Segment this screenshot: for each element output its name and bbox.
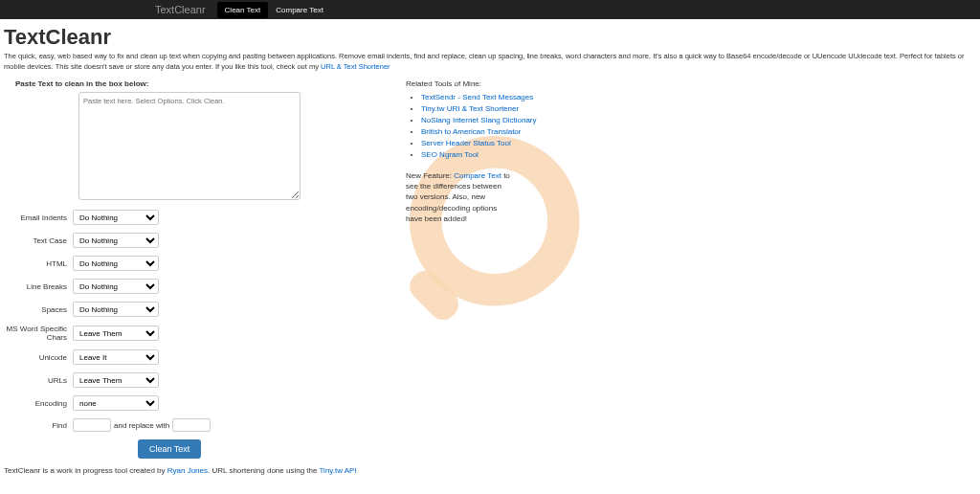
- option-select-urls[interactable]: Leave Them: [73, 372, 159, 388]
- brand: TextCleanr: [155, 4, 206, 15]
- option-label: Text Case: [4, 236, 73, 245]
- sidebar-link[interactable]: Tiny.tw URI & Text Shortener: [421, 104, 519, 113]
- list-item: Tiny.tw URI & Text Shortener: [421, 103, 655, 115]
- header: TextCleanr The quick, easy, web based wa…: [0, 19, 980, 76]
- navbar: TextCleanr Clean Text Compare Text: [0, 0, 980, 19]
- option-label: Encoding: [4, 399, 73, 408]
- sidebar-link[interactable]: Server Header Status Tool: [421, 139, 511, 147]
- clean-text-button[interactable]: Clean Text: [138, 439, 201, 459]
- list-item: NoSlang Internet Slang Dictionary: [421, 115, 655, 126]
- replace-label: and replace with: [114, 421, 169, 430]
- option-label: HTML: [4, 259, 73, 268]
- replace-input[interactable]: [172, 418, 211, 432]
- nav-clean-text[interactable]: Clean Text: [217, 2, 269, 18]
- find-input[interactable]: [73, 418, 111, 432]
- page-description: The quick, easy, web based way to fix an…: [4, 52, 976, 72]
- option-label: Email Indents: [4, 213, 73, 222]
- option-select-line-breaks[interactable]: Do Nothing: [73, 279, 159, 294]
- feature-note: New Feature: Compare Text to see the dif…: [406, 170, 511, 224]
- option-label: MS Word Specific Chars: [4, 325, 73, 342]
- option-label: URLs: [4, 376, 73, 385]
- author-link[interactable]: Ryan Jones: [167, 466, 208, 475]
- option-select-unicode[interactable]: Leave It: [73, 349, 159, 365]
- option-select-email-indents[interactable]: Do Nothing: [73, 210, 159, 225]
- paste-label: Paste Text to clean in the box below:: [15, 79, 329, 88]
- nav-compare-text[interactable]: Compare Text: [268, 2, 331, 18]
- sidebar: Related Tools of Mine: TextSendr - Send …: [368, 79, 655, 459]
- footer: TextCleanr is a work in progress tool cr…: [0, 462, 980, 479]
- option-label: Spaces: [4, 305, 73, 314]
- text-input[interactable]: [78, 92, 301, 200]
- sidebar-title: Related Tools of Mine:: [406, 79, 655, 88]
- form-panel: Paste Text to clean in the box below: Em…: [4, 79, 329, 459]
- page-title: TextCleanr: [4, 25, 976, 50]
- compare-text-link[interactable]: Compare Text: [454, 171, 501, 180]
- option-select-text-case[interactable]: Do Nothing: [73, 233, 159, 248]
- api-link[interactable]: Tiny.tw API: [320, 466, 357, 475]
- list-item: Server Header Status Tool: [421, 138, 655, 149]
- list-item: British to American Translator: [421, 126, 655, 138]
- sidebar-link[interactable]: British to American Translator: [421, 127, 521, 136]
- sidebar-link[interactable]: NoSlang Internet Slang Dictionary: [421, 116, 537, 124]
- find-label: Find: [4, 421, 73, 430]
- option-select-encoding[interactable]: none: [73, 395, 159, 411]
- option-select-spaces[interactable]: Do Nothing: [73, 302, 159, 317]
- option-label: Unicode: [4, 353, 73, 362]
- sidebar-list: TextSendr - Send Text MessagesTiny.tw UR…: [406, 92, 655, 161]
- sidebar-link[interactable]: SEO Ngram Tool: [421, 150, 479, 159]
- option-select-ms-word-specific-chars[interactable]: Leave Them: [73, 326, 159, 341]
- sidebar-link[interactable]: TextSendr - Send Text Messages: [421, 93, 533, 101]
- option-select-html[interactable]: Do Nothing: [73, 256, 159, 271]
- list-item: SEO Ngram Tool: [421, 149, 655, 161]
- option-label: Line Breaks: [4, 282, 73, 291]
- url-shortener-link[interactable]: URL & Text Shortener: [321, 62, 390, 71]
- list-item: TextSendr - Send Text Messages: [421, 92, 655, 103]
